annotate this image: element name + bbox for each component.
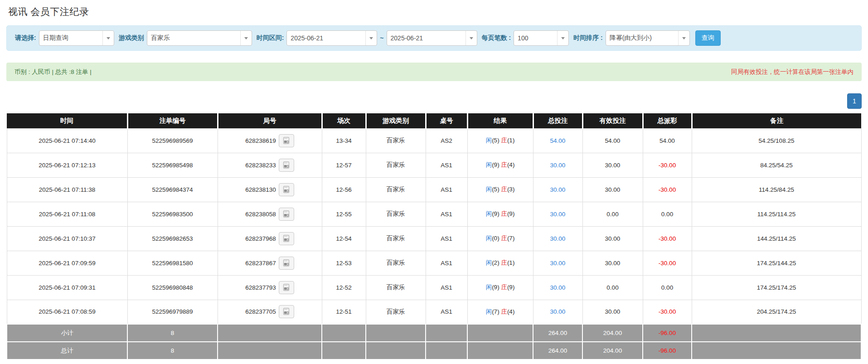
session-cell: 12-56: [322, 177, 366, 202]
grand-total-row-round-cell: [218, 342, 322, 359]
total-bet-link[interactable]: 30.00: [550, 186, 566, 193]
date-to-select[interactable]: 2025-06-21: [387, 30, 477, 46]
session-cell: 12-57: [322, 153, 366, 177]
chevron-down-icon[interactable]: [365, 31, 377, 45]
column-header-2: 局号: [218, 113, 322, 128]
video-replay-button[interactable]: [279, 281, 294, 294]
total-bet-link[interactable]: 54.00: [550, 137, 566, 144]
game-type-cell: 百家乐: [366, 226, 426, 251]
valid-bet-cell: 30.00: [582, 153, 643, 177]
result-cell: 闲(2) 庄(1): [467, 251, 533, 275]
session-cell: 12-52: [322, 275, 366, 300]
total-bet-link[interactable]: 30.00: [550, 308, 566, 315]
video-file-icon: [282, 161, 291, 169]
table-number-cell: AS1: [426, 275, 467, 300]
chevron-down-icon[interactable]: [102, 31, 114, 45]
round-number-cell: 628238619: [218, 128, 322, 153]
result-cell: 闲(9) 庄(9): [467, 275, 533, 300]
column-header-6: 结果: [467, 113, 533, 128]
payout-cell: 0.00: [643, 275, 692, 300]
time-cell: 2025-06-21 07:11:08: [7, 202, 127, 226]
page-size-select[interactable]: 100: [514, 30, 569, 46]
banker-points: (4): [507, 308, 515, 315]
time-cell: 2025-06-21 07:14:40: [7, 128, 127, 153]
date-from-select[interactable]: 2025-06-21: [286, 30, 377, 46]
total-bet-link[interactable]: 30.00: [550, 211, 566, 218]
column-header-9: 总派彩: [643, 113, 692, 128]
video-file-icon: [282, 186, 291, 194]
subtotal-row-valid-bet-cell: 204.00: [582, 324, 643, 342]
pagination-page-1[interactable]: 1: [847, 93, 862, 109]
banker-points: (1): [507, 259, 515, 266]
video-replay-button[interactable]: [279, 183, 294, 196]
time-sort-select[interactable]: 降幂(由大到小): [606, 30, 690, 46]
time-cell: 2025-06-21 07:08:59: [7, 300, 127, 324]
summary-bar: 币别 : 人民币 | 总共 :8 注单 | 同局有效投注，统一计算在该局第一张注…: [6, 63, 862, 81]
round-number: 628238130: [245, 186, 276, 193]
subtotal-row-payout-cell: -96.00: [643, 324, 692, 342]
query-mode-select[interactable]: 日期查询: [39, 30, 114, 46]
table-row: 2025-06-21 07:12:13522596985498628238233…: [7, 153, 861, 177]
chevron-down-icon[interactable]: [240, 31, 252, 45]
table-number-cell: AS1: [426, 300, 467, 324]
player-result: 闲: [486, 137, 492, 144]
chevron-down-icon[interactable]: [678, 31, 689, 45]
video-replay-button[interactable]: [279, 159, 294, 172]
round-number-cell: 628237705: [218, 300, 322, 324]
page-size-value: 100: [514, 34, 557, 42]
result-cell: 闲(9) 庄(4): [467, 153, 533, 177]
grand-total-row-total-bet-cell: 264.00: [533, 342, 582, 359]
subtotal-row-result-cell: [467, 324, 533, 342]
game-type-select[interactable]: 百家乐: [147, 30, 252, 46]
round-number-wrap: 628238619: [245, 134, 294, 147]
game-type-cell: 百家乐: [366, 202, 426, 226]
video-replay-button[interactable]: [279, 257, 294, 270]
query-mode-label: 请选择:: [15, 34, 36, 42]
video-replay-button[interactable]: [279, 208, 294, 221]
valid-bet-cell: 30.00: [582, 300, 643, 324]
valid-bet-cell: 0.00: [582, 202, 643, 226]
subtotal-row-remark-cell: [692, 324, 861, 342]
round-number: 628238058: [245, 211, 276, 218]
table-header: 时间注单编号局号场次游戏类别桌号结果总投注有效投注总派彩备注: [7, 113, 861, 128]
valid-bet-cell: 30.00: [582, 226, 643, 251]
grand-total-row-result-cell: [467, 342, 533, 359]
notice-text: 同局有效投注，统一计算在该局第一张注单内: [731, 68, 853, 76]
video-replay-button[interactable]: [279, 232, 294, 245]
time-cell: 2025-06-21 07:10:37: [7, 226, 127, 251]
table-number-cell: AS2: [426, 128, 467, 153]
bet-number-cell: 522596979889: [127, 300, 218, 324]
remark-cell: 144.25/114.25: [692, 226, 861, 251]
remark-cell: 84.25/54.25: [692, 153, 861, 177]
subtotal-row-count-cell: 8: [127, 324, 218, 342]
date-to-value: 2025-06-21: [387, 34, 466, 42]
chevron-down-icon[interactable]: [466, 31, 477, 45]
total-bet-link[interactable]: 30.00: [550, 284, 566, 291]
valid-bet-cell: 0.00: [582, 275, 643, 300]
player-points: (7): [492, 308, 501, 315]
video-replay-button[interactable]: [279, 305, 294, 318]
video-replay-button[interactable]: [279, 134, 294, 147]
total-bet-link[interactable]: 30.00: [550, 235, 566, 242]
page-root: 视讯 会员下注纪录 请选择: 日期查询 游戏类别 百家乐 时间区间: 2025-…: [0, 0, 868, 360]
player-points: (9): [492, 210, 501, 217]
player-result: 闲: [486, 284, 492, 291]
banker-points: (4): [507, 161, 515, 168]
query-button[interactable]: 查询: [695, 30, 721, 46]
table-number-cell: AS1: [426, 251, 467, 275]
column-header-1: 注单编号: [127, 113, 218, 128]
subtotal-row-session-cell: [322, 324, 366, 342]
total-bet-link[interactable]: 30.00: [550, 162, 566, 169]
round-number-wrap: 628237793: [245, 281, 294, 294]
video-file-icon: [282, 235, 291, 243]
table-row: 2025-06-21 07:11:08522596983500628238058…: [7, 202, 861, 226]
total-bet-link[interactable]: 30.00: [550, 260, 566, 267]
subtotal-row-label-cell: 小计: [7, 324, 127, 342]
table-row: 2025-06-21 07:09:59522596981580628237867…: [7, 251, 861, 275]
column-header-7: 总投注: [533, 113, 582, 128]
table-number-cell: AS1: [426, 202, 467, 226]
payout-cell: -30.00: [643, 251, 692, 275]
chevron-down-icon[interactable]: [557, 31, 568, 45]
round-number-wrap: 628237705: [245, 305, 294, 318]
video-file-icon: [282, 308, 291, 315]
